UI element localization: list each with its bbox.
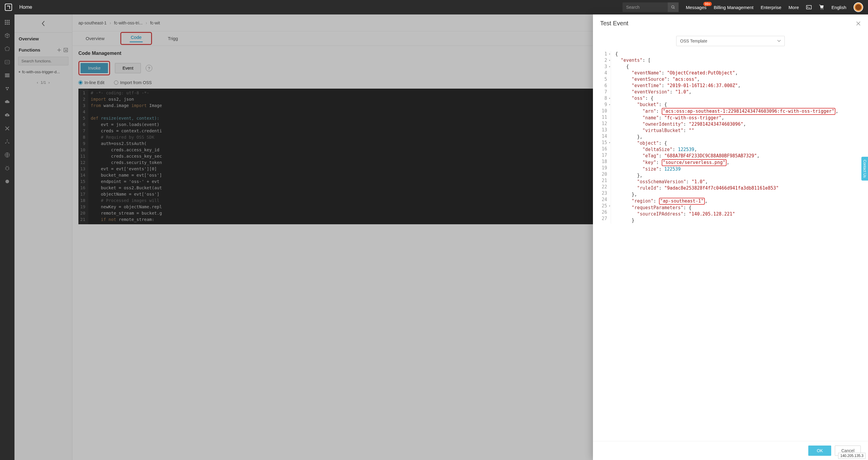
svg-point-4 xyxy=(823,9,823,10)
home-link[interactable]: Home xyxy=(19,4,32,10)
nav-billing[interactable]: Billing Management xyxy=(714,5,753,10)
global-search-button[interactable] xyxy=(668,2,679,12)
top-header: Home Messages 99+ Billing Management Ent… xyxy=(0,0,868,14)
svg-line-1 xyxy=(674,8,675,9)
nav-more[interactable]: More xyxy=(789,5,799,10)
global-search-input[interactable] xyxy=(622,5,668,10)
messages-badge: 99+ xyxy=(703,2,712,6)
svg-rect-2 xyxy=(806,5,812,9)
terminal-icon[interactable] xyxy=(806,4,812,10)
svg-point-0 xyxy=(672,6,674,8)
avatar[interactable] xyxy=(854,2,863,12)
logo-icon[interactable] xyxy=(5,4,12,11)
cart-icon[interactable] xyxy=(819,4,824,10)
nav-language[interactable]: English xyxy=(832,5,846,10)
svg-point-3 xyxy=(820,9,821,10)
global-search xyxy=(622,2,679,12)
nav-enterprise[interactable]: Enterprise xyxy=(761,5,781,10)
nav-messages[interactable]: Messages 99+ xyxy=(686,5,706,10)
search-icon xyxy=(671,5,675,9)
